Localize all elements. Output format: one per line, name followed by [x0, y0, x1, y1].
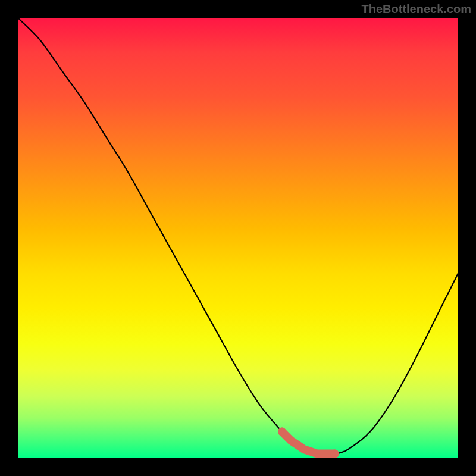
optimal-zone-start-dot: [278, 428, 286, 436]
bottleneck-curve-line: [18, 18, 458, 454]
optimal-zone-band: [282, 432, 335, 454]
optimal-zone-end-dot: [331, 450, 339, 458]
watermark-text: TheBottleneck.com: [362, 2, 471, 16]
chart-plot-area: [18, 18, 458, 458]
bottleneck-curve-svg: [18, 18, 458, 458]
